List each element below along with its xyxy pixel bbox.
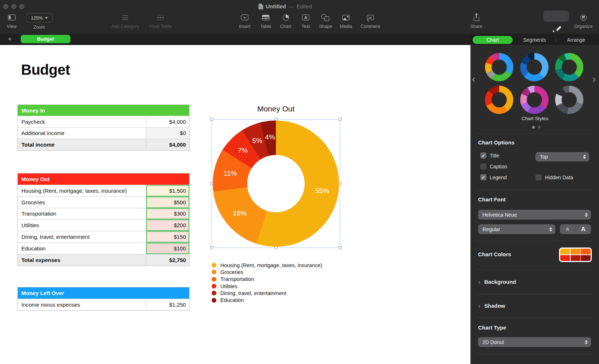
close-button[interactable] bbox=[3, 4, 8, 9]
disclosure-icon[interactable]: › bbox=[478, 279, 480, 285]
zoom-label: Zoom bbox=[23, 25, 56, 30]
tab-segments[interactable]: Segments bbox=[523, 37, 546, 43]
table-header-label: Money Left Over bbox=[21, 290, 64, 296]
table-header-money-out[interactable]: Money Out bbox=[18, 173, 189, 185]
zoom-control[interactable]: 125% bbox=[26, 13, 53, 23]
donut-chart[interactable]: 55%18%11%7%5%4% bbox=[213, 120, 339, 247]
cell-value[interactable]: $4,000 bbox=[146, 139, 189, 150]
donut-style-multicolor[interactable] bbox=[485, 53, 513, 81]
section-divider bbox=[477, 241, 592, 241]
cell-label[interactable]: Additional income bbox=[18, 128, 146, 139]
cell-value[interactable]: $150 bbox=[146, 231, 189, 242]
chart-legend[interactable]: Housing (Rent, mortgage, taxes, insuranc… bbox=[212, 262, 322, 304]
cell-value[interactable]: $0 bbox=[146, 128, 189, 139]
chart-colors-swatch[interactable] bbox=[559, 248, 592, 262]
caption-checkbox[interactable]: ✓ bbox=[480, 163, 486, 169]
fullscreen-button[interactable] bbox=[19, 4, 24, 9]
disclosure-icon[interactable]: › bbox=[478, 303, 480, 308]
tab-chart[interactable]: Chart bbox=[473, 36, 513, 44]
comment-button[interactable]: Comment bbox=[354, 12, 387, 29]
increase-font-button[interactable]: A bbox=[575, 226, 591, 233]
cell-value[interactable]: $1,500 bbox=[146, 185, 189, 196]
page-dot-2[interactable] bbox=[538, 126, 541, 128]
chart-title[interactable]: Money Out bbox=[221, 105, 330, 113]
background-section[interactable]: › Background bbox=[478, 279, 516, 285]
selection-handle[interactable] bbox=[339, 118, 342, 121]
cell-value[interactable]: $500 bbox=[146, 197, 189, 208]
donut-style-orange[interactable] bbox=[485, 86, 513, 114]
chart-type-dropdown[interactable]: 2D Donut bbox=[478, 337, 591, 347]
table-header-money-in[interactable]: Money In bbox=[18, 105, 189, 116]
legend-dot bbox=[212, 277, 216, 282]
selection-handle[interactable] bbox=[339, 246, 342, 249]
legend-label: Housing (Rent, mortgage, taxes, insuranc… bbox=[220, 262, 322, 268]
cell-label[interactable]: Housing (Rent, mortgage, taxes, insuranc… bbox=[18, 185, 146, 196]
donut-style-purple[interactable] bbox=[520, 86, 549, 114]
minimize-button[interactable] bbox=[11, 4, 16, 9]
cell-value[interactable]: $1,250 bbox=[146, 299, 189, 310]
legend-item[interactable]: Transportation bbox=[212, 276, 322, 283]
font-style-dropdown[interactable]: Regular bbox=[478, 224, 555, 234]
font-family-dropdown[interactable]: Helvetica Neue bbox=[478, 210, 591, 220]
hidden-data-checkbox-label: Hidden Data bbox=[545, 175, 573, 180]
selection-handle[interactable] bbox=[339, 182, 342, 185]
cell-label[interactable]: Education bbox=[18, 243, 146, 254]
cell-label[interactable]: Transportation bbox=[18, 208, 146, 220]
organize-button[interactable]: Organize bbox=[567, 12, 599, 29]
cell-value[interactable]: $4,000 bbox=[146, 116, 189, 127]
cell-label-text: Total expenses bbox=[21, 257, 60, 263]
cell-value[interactable]: $100 bbox=[146, 243, 189, 254]
legend-checkbox[interactable]: ✓ bbox=[480, 174, 486, 180]
cell-label[interactable]: Utilities bbox=[18, 220, 146, 231]
cell-label[interactable]: Dining, travel, entertainment bbox=[18, 231, 146, 242]
legend-item[interactable]: Education bbox=[212, 296, 322, 303]
cell-value-text: $500 bbox=[174, 199, 186, 205]
add-sheet-button[interactable]: + bbox=[6, 34, 14, 44]
sheet-tab-budget[interactable]: Budget bbox=[21, 35, 70, 43]
share-label: Share bbox=[460, 24, 493, 29]
document-icon bbox=[258, 4, 263, 9]
cell-value[interactable]: $2,750 bbox=[146, 254, 189, 266]
donut-style-gray[interactable] bbox=[555, 86, 583, 114]
selection-handle[interactable] bbox=[210, 118, 213, 121]
legend-item[interactable]: Groceries bbox=[212, 269, 322, 275]
legend-item[interactable]: Dining, travel, entertainment bbox=[212, 290, 322, 296]
chart-font-heading: Chart Font bbox=[478, 196, 506, 203]
tab-arrange[interactable]: Arrange bbox=[567, 37, 585, 43]
share-button[interactable]: Share bbox=[460, 12, 493, 29]
decrease-font-button[interactable]: A bbox=[560, 227, 575, 232]
cell-value[interactable]: $300 bbox=[146, 208, 189, 220]
cell-label-text: Housing (Rent, mortgage, taxes, insuranc… bbox=[21, 188, 127, 194]
hidden-data-checkbox[interactable]: ✓ bbox=[535, 174, 542, 180]
cell-label[interactable]: Income minus expenses bbox=[18, 299, 146, 310]
document-status: Edited bbox=[297, 3, 312, 9]
cell-value[interactable]: $200 bbox=[146, 220, 189, 231]
cell-label[interactable]: Paycheck bbox=[18, 116, 146, 127]
section-divider bbox=[477, 294, 592, 294]
selection-handle[interactable] bbox=[210, 246, 213, 249]
cell-label[interactable]: Total income bbox=[18, 139, 146, 150]
shadow-section[interactable]: › Shadow bbox=[478, 303, 505, 309]
donut-style-blue[interactable] bbox=[520, 53, 549, 81]
donut-style-green[interactable] bbox=[555, 53, 583, 81]
organize-icon bbox=[580, 15, 587, 21]
organize-label: Organize bbox=[567, 24, 599, 29]
title-checkbox[interactable]: ✓ bbox=[480, 152, 486, 159]
cell-label[interactable]: Groceries bbox=[18, 197, 146, 208]
table-header-money-left-over[interactable]: Money Left Over bbox=[18, 287, 189, 299]
font-style-value: Regular bbox=[482, 226, 500, 232]
title-position-dropdown[interactable]: Top bbox=[535, 152, 589, 161]
chevron-updown-icon bbox=[583, 155, 586, 159]
page-dot-1[interactable] bbox=[532, 126, 535, 128]
selection-handle[interactable] bbox=[274, 246, 277, 249]
add-category-label: Add Category bbox=[109, 24, 142, 29]
page-title[interactable]: Budget bbox=[21, 62, 70, 78]
table-row: Income minus expenses$1,250 bbox=[18, 299, 189, 310]
title-position-value: Top bbox=[540, 154, 548, 160]
styles-prev-icon[interactable]: ‹ bbox=[472, 75, 475, 83]
cell-label[interactable]: Total expenses bbox=[18, 254, 146, 266]
window-title: Untitled — Edited bbox=[258, 3, 312, 9]
legend-item[interactable]: Utilities bbox=[212, 283, 322, 290]
legend-item[interactable]: Housing (Rent, mortgage, taxes, insuranc… bbox=[212, 262, 322, 269]
styles-next-icon[interactable]: › bbox=[592, 75, 596, 83]
